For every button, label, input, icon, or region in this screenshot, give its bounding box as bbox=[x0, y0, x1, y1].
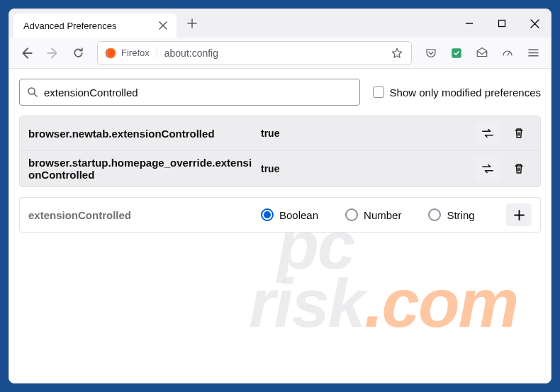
pocket-button[interactable] bbox=[419, 41, 443, 65]
extension-button[interactable] bbox=[444, 41, 469, 65]
delete-button[interactable] bbox=[506, 122, 532, 145]
browser-window: Advanced Preferences bbox=[9, 9, 551, 383]
type-radio-group: Boolean Number String bbox=[255, 208, 506, 221]
trash-icon bbox=[513, 163, 525, 174]
toggle-button[interactable] bbox=[475, 122, 500, 145]
close-tab-button[interactable] bbox=[155, 18, 171, 33]
gauge-icon bbox=[501, 47, 514, 60]
radio-number[interactable]: Number bbox=[345, 208, 401, 221]
radio-label: String bbox=[447, 209, 474, 221]
reload-button[interactable] bbox=[66, 41, 90, 65]
show-modified-toggle[interactable]: Show only modified preferences bbox=[373, 86, 541, 99]
plus-icon bbox=[187, 18, 197, 28]
tab-advanced-preferences[interactable]: Advanced Preferences bbox=[13, 13, 177, 38]
delete-button[interactable] bbox=[506, 157, 532, 180]
back-icon bbox=[21, 47, 33, 60]
radio-label: Boolean bbox=[279, 209, 318, 221]
star-icon bbox=[391, 47, 403, 60]
hamburger-icon bbox=[527, 47, 539, 59]
mail-button[interactable] bbox=[470, 41, 494, 65]
toggle-icon bbox=[481, 164, 494, 174]
radio-icon bbox=[428, 208, 441, 221]
radio-boolean[interactable]: Boolean bbox=[261, 208, 318, 221]
close-window-button[interactable] bbox=[518, 9, 551, 38]
menu-button[interactable] bbox=[521, 41, 545, 65]
new-pref-actions bbox=[506, 203, 532, 226]
identity-label[interactable]: Firefox bbox=[121, 47, 157, 58]
radio-icon bbox=[345, 208, 358, 221]
new-pref-row-container: extensionControlled Boolean Number Strin… bbox=[19, 197, 541, 233]
mail-icon bbox=[476, 47, 488, 60]
forward-button[interactable] bbox=[40, 41, 65, 65]
add-pref-button[interactable] bbox=[506, 203, 532, 226]
pocket-icon bbox=[425, 47, 437, 60]
window-controls bbox=[453, 9, 551, 38]
tab-bar: Advanced Preferences bbox=[9, 9, 551, 38]
search-icon bbox=[27, 86, 38, 98]
shield-icon bbox=[450, 47, 463, 60]
content-area: Show only modified preferences browser.n… bbox=[9, 69, 551, 383]
pref-name: browser.startup.homepage_override.extens… bbox=[28, 157, 255, 181]
plus-icon bbox=[514, 210, 525, 220]
pref-row[interactable]: browser.startup.homepage_override.extens… bbox=[20, 150, 540, 186]
firefox-logo-icon bbox=[104, 47, 117, 60]
url-bar[interactable]: Firefox about:config bbox=[97, 41, 412, 65]
close-icon bbox=[530, 19, 539, 28]
navigation-toolbar: Firefox about:config bbox=[9, 38, 551, 69]
minimize-icon bbox=[465, 19, 474, 28]
search-box[interactable] bbox=[19, 79, 360, 106]
maximize-icon bbox=[498, 19, 506, 28]
pref-row[interactable]: browser.newtab.extensionControlled true bbox=[20, 116, 540, 150]
checkbox-icon bbox=[373, 86, 384, 98]
toggle-button[interactable] bbox=[475, 157, 500, 180]
trash-icon bbox=[513, 128, 525, 139]
close-icon bbox=[159, 21, 167, 30]
svg-rect-0 bbox=[499, 21, 505, 27]
pref-value: true bbox=[255, 163, 475, 174]
forward-icon bbox=[46, 47, 59, 60]
back-button[interactable] bbox=[15, 41, 39, 65]
radio-selected-icon bbox=[261, 208, 274, 221]
bookmark-button[interactable] bbox=[387, 43, 407, 63]
toggle-icon bbox=[481, 128, 494, 138]
minimize-button[interactable] bbox=[453, 9, 486, 38]
pref-actions bbox=[475, 157, 532, 180]
radio-label: Number bbox=[364, 209, 401, 221]
pref-value: true bbox=[255, 128, 475, 139]
svg-rect-2 bbox=[452, 48, 461, 58]
new-pref-row: extensionControlled Boolean Number Strin… bbox=[20, 198, 540, 232]
pref-results: browser.newtab.extensionControlled true … bbox=[19, 116, 541, 187]
radio-string[interactable]: String bbox=[428, 208, 474, 221]
search-row: Show only modified preferences bbox=[19, 79, 541, 106]
new-tab-button[interactable] bbox=[181, 12, 203, 35]
pref-actions bbox=[475, 122, 532, 145]
pref-name: browser.newtab.extensionControlled bbox=[28, 128, 255, 140]
address-text[interactable]: about:config bbox=[157, 47, 387, 59]
new-pref-name: extensionControlled bbox=[28, 209, 255, 221]
search-input[interactable] bbox=[44, 86, 352, 99]
dashboard-button[interactable] bbox=[495, 41, 520, 65]
checkbox-label: Show only modified preferences bbox=[390, 86, 541, 99]
reload-icon bbox=[72, 47, 84, 59]
tab-title: Advanced Preferences bbox=[23, 21, 155, 31]
maximize-button[interactable] bbox=[486, 9, 518, 38]
